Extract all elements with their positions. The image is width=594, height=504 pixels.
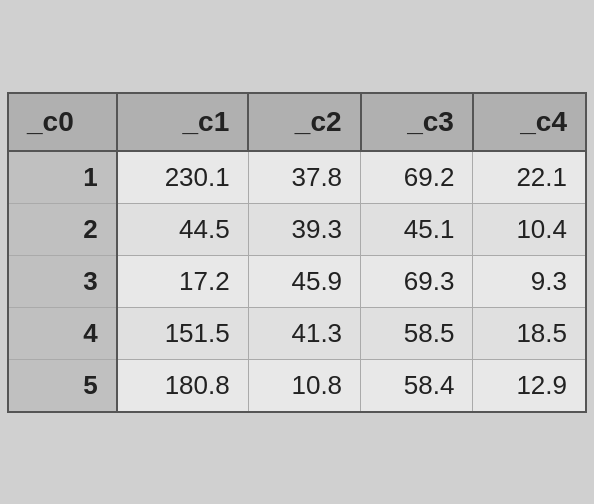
col-header-c3: _c3	[361, 93, 473, 151]
cell-r4-c1: 151.5	[117, 307, 249, 359]
cell-r1-c1: 230.1	[117, 151, 249, 204]
cell-r3-c4: 9.3	[473, 255, 586, 307]
col-header-c2: _c2	[248, 93, 360, 151]
cell-r3-c1: 17.2	[117, 255, 249, 307]
cell-r1-c4: 22.1	[473, 151, 586, 204]
row-index: 4	[8, 307, 117, 359]
header-row: _c0 _c1 _c2 _c3 _c4	[8, 93, 586, 151]
cell-r2-c1: 44.5	[117, 203, 249, 255]
cell-r4-c2: 41.3	[248, 307, 360, 359]
row-index: 5	[8, 359, 117, 412]
cell-r5-c2: 10.8	[248, 359, 360, 412]
cell-r1-c3: 69.2	[361, 151, 473, 204]
data-table: _c0 _c1 _c2 _c3 _c4 1230.137.869.222.124…	[7, 92, 587, 413]
col-header-c4: _c4	[473, 93, 586, 151]
cell-r5-c1: 180.8	[117, 359, 249, 412]
cell-r3-c3: 69.3	[361, 255, 473, 307]
cell-r1-c2: 37.8	[248, 151, 360, 204]
table-row: 4151.541.358.518.5	[8, 307, 586, 359]
table-container: _c0 _c1 _c2 _c3 _c4 1230.137.869.222.124…	[7, 92, 587, 413]
cell-r3-c2: 45.9	[248, 255, 360, 307]
row-index: 2	[8, 203, 117, 255]
table-row: 244.539.345.110.4	[8, 203, 586, 255]
row-index: 1	[8, 151, 117, 204]
cell-r2-c2: 39.3	[248, 203, 360, 255]
cell-r2-c4: 10.4	[473, 203, 586, 255]
row-index: 3	[8, 255, 117, 307]
table-row: 317.245.969.39.3	[8, 255, 586, 307]
col-header-c0: _c0	[8, 93, 117, 151]
cell-r2-c3: 45.1	[361, 203, 473, 255]
cell-r5-c3: 58.4	[361, 359, 473, 412]
cell-r4-c4: 18.5	[473, 307, 586, 359]
table-row: 1230.137.869.222.1	[8, 151, 586, 204]
cell-r5-c4: 12.9	[473, 359, 586, 412]
table-row: 5180.810.858.412.9	[8, 359, 586, 412]
cell-r4-c3: 58.5	[361, 307, 473, 359]
col-header-c1: _c1	[117, 93, 249, 151]
